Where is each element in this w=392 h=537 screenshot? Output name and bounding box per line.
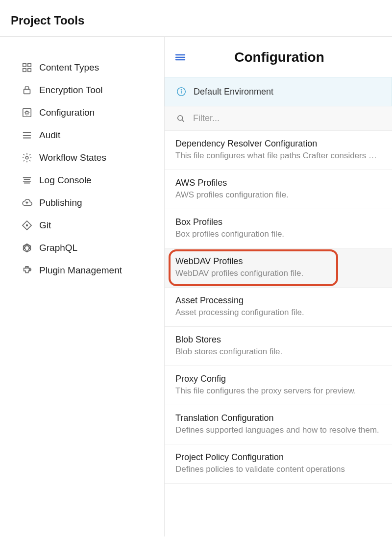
sidebar-item-label: GraphQL [39,243,77,253]
settings-box-icon [22,107,32,118]
svg-rect-3 [28,69,31,72]
svg-rect-4 [24,89,30,94]
svg-point-23 [26,267,28,268]
config-item-description: Asset processing configuration file. [175,308,381,317]
sidebar-item-git[interactable]: Git [0,214,164,237]
main-panel: Configuration Default Environment Depend… [165,37,392,537]
sidebar-item-graphql[interactable]: GraphQL [0,237,164,259]
config-item-description: WebDAV profiles configuration file. [175,268,381,278]
sidebar-item-label: Encryption Tool [39,85,103,96]
sidebar-item-encryption-tool[interactable]: Encryption Tool [0,79,164,101]
filter-input[interactable] [193,113,381,123]
config-item[interactable]: WebDAV ProfilesWebDAV profiles configura… [165,248,392,288]
config-list: Dependency Resolver ConfigurationThis fi… [165,131,392,537]
sidebar: Content TypesEncryption ToolConfiguratio… [0,37,165,537]
svg-rect-5 [23,109,31,117]
config-item-description: Defines supported languages and how to r… [175,425,381,435]
config-item[interactable]: Project Policy ConfigurationDefines poli… [165,444,392,484]
extension-icon [22,265,32,276]
page-header: Project Tools [0,0,392,36]
sidebar-item-content-types[interactable]: Content Types [0,56,164,79]
sidebar-item-plugin-management[interactable]: Plugin Management [0,259,164,282]
svg-rect-0 [23,64,26,67]
config-item-description: Box profiles configuration file. [175,229,381,239]
sidebar-item-label: Workflow States [39,152,106,163]
config-item-description: Defines policies to validate content ope… [175,464,381,474]
gear-icon [22,152,32,163]
cloud-upload-icon [22,197,32,208]
sidebar-item-audit[interactable]: Audit [0,124,164,146]
svg-point-31 [178,115,183,120]
environment-label: Default Environment [194,87,273,97]
svg-point-6 [25,111,28,114]
hexagon-icon [22,243,32,253]
sidebar-item-publishing[interactable]: Publishing [0,192,164,214]
list-icon [22,130,32,141]
config-item-title: Translation Configuration [175,413,381,423]
config-item[interactable]: Box ProfilesBox profiles configuration f… [165,209,392,248]
sidebar-item-label: Log Console [39,175,92,186]
config-item-title: Dependency Resolver Configuration [175,139,381,149]
sidebar-item-label: Audit [39,130,60,141]
config-item-description: This file configures the proxy servers f… [175,386,381,396]
config-item[interactable]: AWS ProfilesAWS profiles configuration f… [165,170,392,209]
config-item-description: This file configures what file paths Cra… [175,151,381,161]
page-title: Project Tools [11,14,392,27]
config-item-title: Asset Processing [175,295,381,306]
sidebar-item-workflow-states[interactable]: Workflow States [0,146,164,169]
svg-rect-1 [28,64,31,67]
sidebar-item-label: Plugin Management [39,265,122,276]
svg-point-10 [25,156,28,159]
config-item-title: Proxy Config [175,374,381,384]
config-item-description: Blob stores configuration file. [175,347,381,357]
svg-line-32 [182,120,184,122]
svg-point-30 [181,90,181,90]
align-icon [22,175,32,186]
sidebar-item-log-console[interactable]: Log Console [0,169,164,192]
widgets-icon [22,62,32,73]
sidebar-item-label: Publishing [39,197,82,208]
sidebar-item-label: Content Types [39,62,99,73]
main-title: Configuration [196,49,382,65]
lock-icon [22,85,32,96]
config-item-title: Blob Stores [175,335,381,345]
config-item[interactable]: Proxy ConfigThis file configures the pro… [165,366,392,405]
main-header: Configuration [165,37,392,77]
config-item[interactable]: Dependency Resolver ConfigurationThis fi… [165,131,392,170]
config-item[interactable]: Asset ProcessingAsset processing configu… [165,288,392,327]
svg-rect-2 [23,69,26,72]
config-item-description: AWS profiles configuration file. [175,190,381,200]
diamond-icon [22,220,32,231]
info-icon [176,86,187,97]
config-item-title: Project Policy Configuration [175,452,381,463]
config-item-title: AWS Profiles [175,178,381,188]
svg-point-16 [26,225,28,226]
config-item[interactable]: Blob StoresBlob stores configuration fil… [165,327,392,366]
sidebar-item-label: Git [39,220,51,231]
filter-bar [165,106,392,131]
highlight-ring [169,249,338,286]
menu-toggle-icon[interactable] [174,51,186,63]
config-item[interactable]: Translation ConfigurationDefines support… [165,405,392,444]
environment-banner: Default Environment [165,77,392,106]
config-item-title: WebDAV Profiles [175,256,381,267]
config-item-title: Box Profiles [175,217,381,227]
sidebar-item-label: Configuration [39,107,95,118]
sidebar-item-configuration[interactable]: Configuration [0,101,164,124]
search-icon [175,114,186,123]
